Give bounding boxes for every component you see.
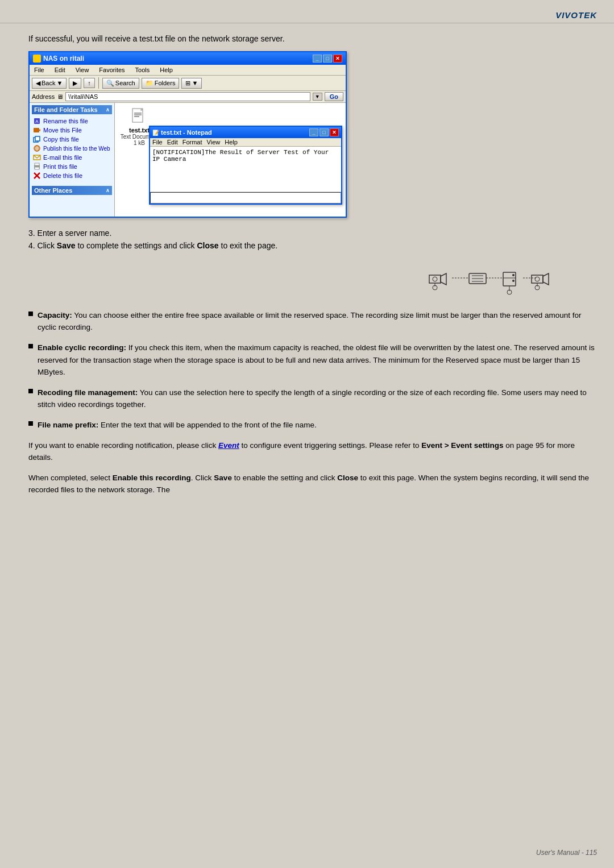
menu-favorites[interactable]: Favorites bbox=[97, 66, 127, 74]
address-label: Address bbox=[32, 93, 55, 100]
explorer-body: File and Folder Tasks ∧ A Rename this fi… bbox=[30, 103, 346, 217]
other-places-section: Other Places ∧ bbox=[32, 186, 112, 195]
notepad-menubar: File Edit Format View Help bbox=[150, 138, 341, 147]
explorer-titlebar: NAS on ritali _ □ ✕ bbox=[30, 52, 346, 65]
event-prefix: If you want to enable recording notifica… bbox=[28, 441, 218, 450]
svg-marker-40 bbox=[543, 273, 549, 285]
explorer-toolbar: ◀ Back ▼ ▶ ↑ 🔍 Search 📁 Folders ⊞ ▼ bbox=[30, 76, 346, 91]
main-content: If successful, you will receive a test.t… bbox=[28, 34, 597, 496]
notepad-scrollarea[interactable] bbox=[150, 192, 341, 203]
menu-tools[interactable]: Tools bbox=[133, 66, 152, 74]
notepad-close[interactable]: ✕ bbox=[330, 128, 339, 136]
back-button[interactable]: ◀ Back ▼ bbox=[32, 78, 67, 89]
step-3: 3. Enter a server name. bbox=[28, 227, 597, 239]
rename-icon: A bbox=[33, 117, 41, 125]
bullet-text-4: File name prefix: Enter the text that wi… bbox=[38, 419, 597, 431]
other-places-collapse-icon[interactable]: ∧ bbox=[106, 188, 110, 193]
notepad-menu-view[interactable]: View bbox=[207, 139, 221, 146]
enable-recording-bold: Enable this recording bbox=[113, 474, 191, 482]
notepad-menu-help[interactable]: Help bbox=[225, 139, 238, 146]
minimize-button[interactable]: _ bbox=[313, 55, 322, 63]
toolbar-separator-1 bbox=[98, 77, 99, 89]
bullet-square-3 bbox=[28, 389, 33, 393]
save-bold: Save bbox=[57, 241, 76, 250]
nas-icon bbox=[503, 272, 516, 294]
close-button[interactable]: ✕ bbox=[333, 55, 342, 63]
tasks-collapse-icon[interactable]: ∧ bbox=[106, 107, 110, 113]
address-nas-icon: 🖥 bbox=[57, 93, 63, 100]
text-file-icon bbox=[130, 107, 148, 126]
other-places-label: Other Places bbox=[34, 187, 72, 194]
svg-rect-39 bbox=[532, 275, 543, 283]
menu-help[interactable]: Help bbox=[157, 66, 175, 74]
notepad-title-left: 📝 test.txt - Notepad bbox=[152, 129, 212, 136]
email-file-item[interactable]: E-mail this file bbox=[32, 153, 112, 162]
address-input[interactable]: \\ritali\NAS bbox=[65, 92, 310, 101]
camera2 bbox=[532, 273, 549, 290]
views-dropdown-icon: ▼ bbox=[192, 80, 198, 86]
top-separator bbox=[0, 23, 614, 23]
rename-label: Rename this file bbox=[43, 118, 88, 124]
search-button[interactable]: 🔍 Search bbox=[102, 78, 139, 89]
up-button[interactable]: ↑ bbox=[84, 78, 95, 88]
views-button[interactable]: ⊞ ▼ bbox=[181, 78, 202, 89]
event-link[interactable]: Event bbox=[218, 441, 239, 450]
svg-rect-5 bbox=[35, 136, 40, 141]
move-icon bbox=[33, 126, 41, 134]
bullet-prefix: File name prefix: Enter the text that wi… bbox=[28, 419, 597, 431]
event-suffix: to configure event triggering settings. … bbox=[239, 441, 421, 450]
copy-label: Copy this file bbox=[43, 136, 79, 143]
publish-label: Publish this file to the Web bbox=[43, 146, 110, 152]
right-panel: test.txt Text Document 1 kB 📝 test.txt -… bbox=[115, 103, 346, 217]
menu-view[interactable]: View bbox=[73, 66, 92, 74]
final-save-bold: Save bbox=[214, 474, 232, 482]
left-panel: File and Folder Tasks ∧ A Rename this fi… bbox=[30, 103, 115, 217]
rename-file-item[interactable]: A Rename this file bbox=[32, 117, 112, 126]
print-icon bbox=[33, 163, 41, 171]
file-name: test.txt bbox=[129, 127, 150, 134]
explorer-title: NAS on ritali bbox=[43, 55, 84, 63]
svg-rect-2 bbox=[34, 128, 39, 132]
other-places-header: Other Places ∧ bbox=[32, 186, 112, 195]
notepad-menu-format[interactable]: Format bbox=[182, 139, 202, 146]
notepad-content: [NOTIFICATION]The Result of Server Test … bbox=[150, 147, 341, 192]
maximize-button[interactable]: □ bbox=[323, 55, 332, 63]
notepad-minimize[interactable]: _ bbox=[309, 128, 318, 136]
delete-file-item[interactable]: Delete this file bbox=[32, 171, 112, 180]
publish-file-item[interactable]: Publish this file to the Web bbox=[32, 144, 112, 153]
notepad-menu-edit[interactable]: Edit bbox=[167, 139, 178, 146]
move-label: Move this File bbox=[43, 127, 82, 134]
notepad-menu-file[interactable]: File bbox=[152, 139, 163, 146]
menu-edit[interactable]: Edit bbox=[52, 66, 68, 74]
move-file-item[interactable]: Move this File bbox=[32, 126, 112, 135]
address-value: \\ritali\NAS bbox=[68, 93, 98, 100]
copy-file-item[interactable]: Copy this file bbox=[32, 135, 112, 144]
folders-label: Folders bbox=[155, 80, 176, 86]
svg-point-23 bbox=[433, 277, 437, 281]
bullet-cyclic: Enable cyclic recording: If you check th… bbox=[28, 342, 597, 379]
views-icon: ⊞ bbox=[185, 80, 190, 87]
copy-icon bbox=[33, 135, 41, 143]
title-left: NAS on ritali bbox=[33, 55, 84, 63]
step-4: 4. Click Save to complete the settings a… bbox=[28, 239, 597, 252]
notepad-maximize[interactable]: □ bbox=[320, 128, 329, 136]
address-dropdown[interactable]: ▼ bbox=[313, 93, 322, 101]
svg-point-34 bbox=[512, 274, 515, 276]
svg-text:A: A bbox=[35, 119, 39, 124]
svg-point-41 bbox=[535, 277, 540, 281]
intro-text: If successful, you will receive a test.t… bbox=[28, 34, 597, 43]
back-dropdown-icon: ▼ bbox=[56, 80, 63, 86]
notepad-statusbar bbox=[150, 192, 341, 203]
search-label: Search bbox=[115, 80, 135, 86]
forward-button[interactable]: ▶ bbox=[69, 78, 81, 89]
folders-button[interactable]: 📁 Folders bbox=[142, 78, 180, 89]
back-label: Back bbox=[42, 80, 55, 86]
explorer-window-icon bbox=[33, 55, 41, 63]
go-button[interactable]: Go bbox=[325, 92, 343, 101]
menu-file[interactable]: File bbox=[32, 66, 47, 74]
search-icon: 🔍 bbox=[106, 80, 114, 87]
file-size: 1 kB bbox=[134, 140, 145, 146]
print-file-item[interactable]: Print this file bbox=[32, 162, 112, 171]
folders-icon: 📁 bbox=[146, 80, 154, 87]
windows-explorer-window: NAS on ritali _ □ ✕ File Edit View Favor… bbox=[28, 51, 347, 218]
